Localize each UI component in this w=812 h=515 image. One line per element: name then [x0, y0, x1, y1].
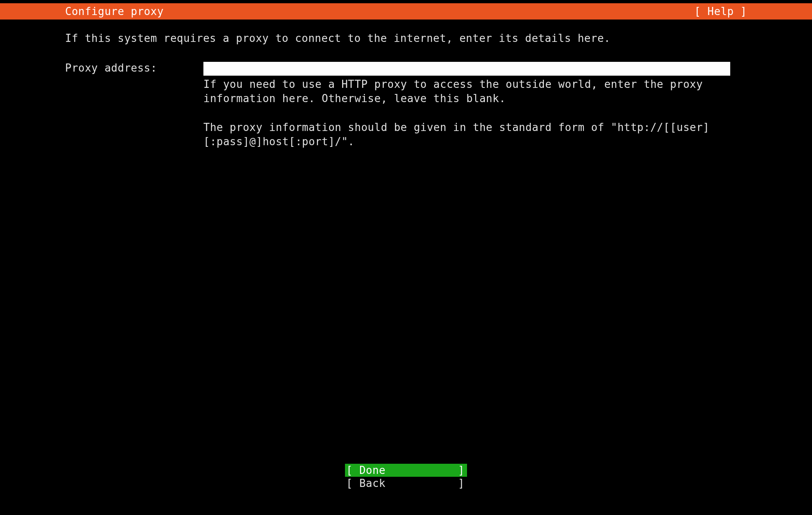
- footer-buttons: [ Done ] [ Back ]: [0, 464, 812, 490]
- proxy-help-text-1: If you need to use a HTTP proxy to acces…: [203, 77, 730, 106]
- description-text: If this system requires a proxy to conne…: [65, 32, 716, 46]
- done-button-label: Done: [353, 464, 458, 476]
- bracket-right-icon: ]: [458, 464, 467, 476]
- proxy-help-text-2: The proxy information should be given in…: [203, 120, 730, 149]
- done-button[interactable]: [ Done ]: [345, 464, 467, 477]
- bracket-right-icon: ]: [458, 477, 467, 489]
- proxy-field-content: If you need to use a HTTP proxy to acces…: [203, 62, 730, 149]
- content-area: If this system requires a proxy to conne…: [0, 20, 812, 149]
- proxy-field-row: Proxy address: If you need to use a HTTP…: [65, 62, 747, 149]
- proxy-address-input[interactable]: [203, 62, 730, 76]
- bracket-left-icon: [: [345, 477, 353, 489]
- back-button-label: Back: [353, 477, 458, 489]
- back-button[interactable]: [ Back ]: [345, 477, 467, 490]
- help-button[interactable]: [ Help ]: [694, 5, 747, 17]
- header-bar: Configure proxy [ Help ]: [0, 3, 812, 20]
- proxy-address-label: Proxy address:: [65, 62, 203, 74]
- page-title: Configure proxy: [65, 5, 164, 17]
- bracket-left-icon: [: [345, 464, 353, 476]
